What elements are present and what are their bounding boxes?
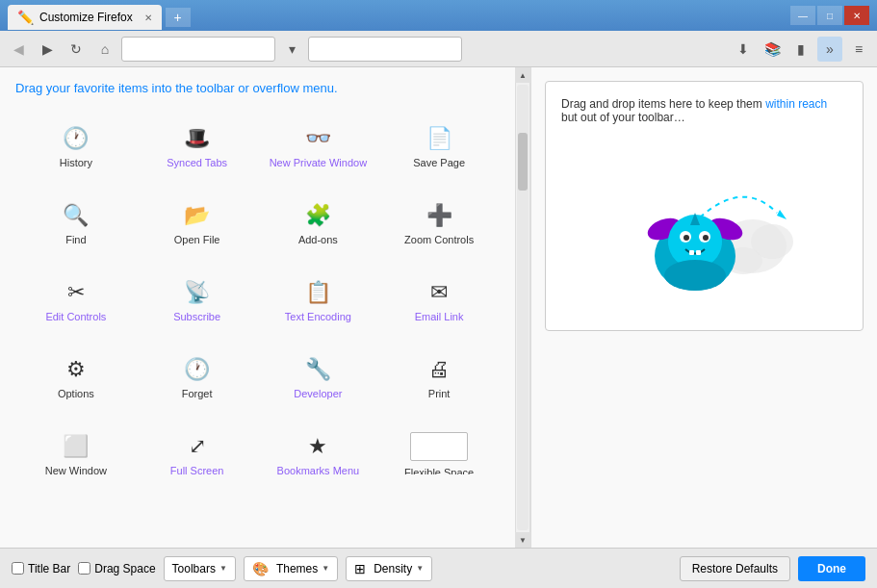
scroll-up-button[interactable]: ▲	[515, 67, 530, 83]
themes-dropdown[interactable]: 🎨 Themes ▼	[244, 556, 338, 581]
new-tab-button[interactable]: +	[166, 8, 191, 27]
bookmarks-menu-label: Bookmarks Menu	[277, 465, 360, 474]
density-icon: ⊞	[354, 561, 366, 576]
scrollbar[interactable]: ▲ ▼	[515, 67, 530, 548]
svg-marker-3	[777, 210, 787, 219]
toolbars-dropdown[interactable]: Toolbars ▼	[164, 556, 236, 581]
active-tab[interactable]: ✏️ Customize Firefox ✕	[8, 5, 162, 30]
url-input[interactable]	[121, 37, 275, 62]
back-button[interactable]: ◀	[6, 37, 31, 62]
subscribe-icon: 📡	[184, 280, 210, 305]
subscribe-label: Subscribe	[173, 311, 220, 322]
grid-item-flexible-space[interactable]: Flexible Space	[378, 417, 500, 474]
full-screen-icon: ⤢	[189, 434, 206, 459]
right-panel: Drag and drop items here to keep them wi…	[530, 67, 877, 548]
density-dropdown[interactable]: ⊞ Density ▼	[346, 556, 432, 581]
flexible-space-box	[410, 432, 468, 461]
drag-space-checkbox-input[interactable]	[78, 562, 90, 575]
title-bar-checkbox-input[interactable]	[12, 562, 24, 575]
grid-item-text-encoding[interactable]: 📋Text Encoding	[258, 263, 379, 340]
grid-item-zoom-controls[interactable]: ➕Zoom Controls	[378, 186, 500, 263]
open-file-icon: 📂	[184, 203, 210, 228]
flexible-space-label: Flexible Space	[404, 467, 474, 474]
search-input[interactable]	[308, 37, 462, 62]
mascot-image	[608, 150, 801, 304]
tab-icon: ✏️	[17, 10, 34, 25]
add-ons-icon: 🧩	[305, 203, 331, 228]
synced-tabs-icon: 🎩	[184, 126, 210, 151]
grid-item-add-ons[interactable]: 🧩Add-ons	[258, 186, 379, 263]
download-button[interactable]: ⬇	[731, 37, 756, 62]
search-wrapper: 🔍	[308, 37, 462, 62]
svg-point-11	[703, 235, 709, 241]
menu-button[interactable]: ≡	[846, 37, 871, 62]
grid-item-options[interactable]: ⚙Options	[15, 340, 137, 417]
new-window-icon: ⬜	[63, 434, 89, 459]
overflow-drop-area[interactable]: Drag and drop items here to keep them wi…	[545, 81, 864, 331]
window-controls: — □ ✕	[790, 6, 869, 25]
scroll-down-button[interactable]: ▼	[515, 532, 530, 548]
options-icon: ⚙	[66, 357, 86, 382]
title-bar-checkbox[interactable]: Title Bar	[12, 562, 70, 575]
print-label: Print	[428, 388, 451, 399]
drag-space-checkbox[interactable]: Drag Space	[78, 562, 155, 575]
svg-rect-13	[696, 250, 701, 255]
synced-tabs-label: Synced Tabs	[167, 157, 227, 168]
grid-item-find[interactable]: 🔍Find	[15, 186, 137, 263]
grid-item-email-link[interactable]: ✉Email Link	[378, 263, 500, 340]
bookmarks-button[interactable]: 📚	[760, 37, 785, 62]
items-grid: 🕐History🎩Synced Tabs👓New Private Window📄…	[15, 109, 500, 474]
history-label: History	[60, 157, 92, 168]
grid-item-subscribe[interactable]: 📡Subscribe	[137, 263, 258, 340]
maximize-button[interactable]: □	[817, 6, 842, 25]
home-button[interactable]: ⌂	[92, 37, 117, 62]
history-icon: 🕐	[63, 126, 89, 151]
done-button[interactable]: Done	[798, 556, 865, 581]
scroll-thumb[interactable]	[518, 133, 528, 191]
find-icon: 🔍	[63, 203, 89, 228]
reload-button[interactable]: ↻	[64, 37, 89, 62]
grid-item-print[interactable]: 🖨Print	[378, 340, 500, 417]
grid-item-new-window[interactable]: ⬜New Window	[15, 417, 137, 474]
grid-item-developer[interactable]: 🔧Developer	[258, 340, 379, 417]
url-dropdown-button[interactable]: ▾	[279, 37, 304, 62]
sidebar-button[interactable]: ▮	[788, 37, 813, 62]
text-encoding-icon: 📋	[305, 280, 331, 305]
mascot-area	[561, 140, 847, 315]
developer-label: Developer	[294, 388, 342, 399]
options-label: Options	[58, 388, 94, 399]
tab-close-button[interactable]: ✕	[144, 13, 152, 23]
grid-item-save-page[interactable]: 📄Save Page	[378, 109, 500, 186]
overflow-button[interactable]: »	[817, 37, 842, 62]
text-encoding-label: Text Encoding	[285, 311, 351, 322]
save-page-icon: 📄	[426, 126, 452, 151]
close-button[interactable]: ✕	[844, 6, 869, 25]
forget-label: Forget	[182, 388, 213, 399]
nav-bar: ◀ ▶ ↻ ⌂ ▾ 🔍 ⬇ 📚 ▮ » ≡	[0, 31, 877, 67]
grid-item-open-file[interactable]: 📂Open File	[137, 186, 258, 263]
overflow-hint-text: Drag and drop items here to keep them wi…	[561, 97, 847, 124]
grid-item-new-private-window[interactable]: 👓New Private Window	[258, 109, 379, 186]
zoom-controls-icon: ➕	[426, 203, 452, 228]
grid-item-forget[interactable]: 🕐Forget	[137, 340, 258, 417]
svg-rect-12	[689, 250, 694, 255]
email-link-label: Email Link	[415, 311, 464, 322]
grid-item-full-screen[interactable]: ⤢Full Screen	[137, 417, 258, 474]
title-bar-label: Title Bar	[28, 562, 70, 575]
svg-point-10	[684, 235, 689, 241]
toolbars-dropdown-arrow: ▼	[219, 564, 227, 573]
grid-item-history[interactable]: 🕐History	[15, 109, 137, 186]
email-link-icon: ✉	[430, 280, 448, 305]
grid-item-synced-tabs[interactable]: 🎩Synced Tabs	[137, 109, 258, 186]
restore-defaults-button[interactable]: Restore Defaults	[680, 556, 790, 581]
grid-item-edit-controls[interactable]: ✂Edit Controls	[15, 263, 137, 340]
minimize-button[interactable]: —	[790, 6, 815, 25]
density-label: Density	[374, 562, 412, 575]
full-screen-label: Full Screen	[170, 465, 224, 474]
scroll-track	[517, 85, 529, 530]
grid-item-bookmarks-menu[interactable]: ★Bookmarks Menu	[258, 417, 379, 474]
new-private-window-label: New Private Window	[270, 157, 367, 168]
title-bar: ✏️ Customize Firefox ✕ + — □ ✕	[0, 0, 877, 31]
forward-button[interactable]: ▶	[35, 37, 60, 62]
save-page-label: Save Page	[413, 157, 465, 168]
